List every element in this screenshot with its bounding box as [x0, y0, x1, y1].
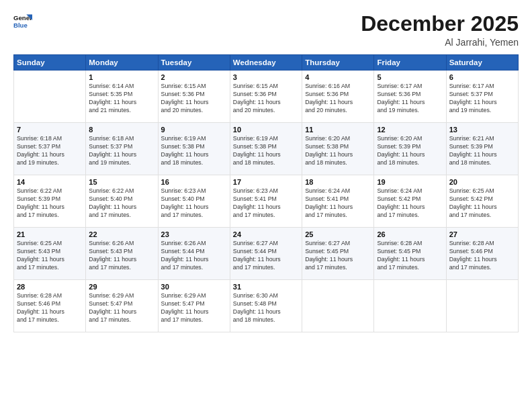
calendar-cell: 27Sunrise: 6:28 AMSunset: 5:46 PMDayligh…	[446, 228, 518, 280]
day-number: 13	[449, 126, 515, 134]
day-number: 15	[89, 178, 154, 186]
day-number: 22	[89, 230, 154, 238]
calendar-cell: 31Sunrise: 6:30 AMSunset: 5:48 PMDayligh…	[230, 280, 302, 332]
cell-info: Sunrise: 6:29 AMSunset: 5:47 PMDaylight:…	[89, 292, 154, 324]
cell-info: Sunrise: 6:23 AMSunset: 5:41 PMDaylight:…	[233, 187, 299, 220]
calendar-cell: 16Sunrise: 6:23 AMSunset: 5:40 PMDayligh…	[158, 175, 230, 228]
page: General Blue December 2025 Al Jarrahi, Y…	[0, 0, 532, 411]
header: General Blue December 2025 Al Jarrahi, Y…	[13, 12, 519, 48]
calendar-cell	[374, 280, 446, 332]
header-cell-monday: Monday	[86, 55, 158, 71]
calendar-week-2: 7Sunrise: 6:18 AMSunset: 5:37 PMDaylight…	[14, 123, 519, 175]
cell-info: Sunrise: 6:17 AMSunset: 5:36 PMDaylight:…	[377, 83, 443, 115]
calendar-cell: 28Sunrise: 6:28 AMSunset: 5:46 PMDayligh…	[14, 280, 86, 332]
calendar-cell: 23Sunrise: 6:26 AMSunset: 5:44 PMDayligh…	[158, 228, 230, 280]
calendar-cell: 15Sunrise: 6:22 AMSunset: 5:40 PMDayligh…	[86, 175, 158, 228]
calendar-cell: 25Sunrise: 6:27 AMSunset: 5:45 PMDayligh…	[302, 228, 374, 280]
cell-info: Sunrise: 6:25 AMSunset: 5:42 PMDaylight:…	[449, 187, 515, 220]
day-number: 11	[305, 126, 371, 134]
day-number: 2	[161, 73, 227, 81]
day-number: 17	[233, 178, 299, 186]
calendar-cell: 9Sunrise: 6:19 AMSunset: 5:38 PMDaylight…	[158, 123, 230, 175]
day-number: 29	[89, 283, 154, 291]
calendar-header-row: SundayMondayTuesdayWednesdayThursdayFrid…	[14, 55, 519, 71]
calendar-week-5: 28Sunrise: 6:28 AMSunset: 5:46 PMDayligh…	[14, 280, 519, 332]
calendar-cell: 1Sunrise: 6:14 AMSunset: 5:35 PMDaylight…	[86, 71, 158, 123]
calendar-cell: 4Sunrise: 6:16 AMSunset: 5:36 PMDaylight…	[302, 71, 374, 123]
calendar-cell: 29Sunrise: 6:29 AMSunset: 5:47 PMDayligh…	[86, 280, 158, 332]
day-number: 21	[17, 230, 83, 238]
day-number: 23	[161, 230, 227, 238]
calendar-cell	[14, 71, 86, 123]
day-number: 28	[17, 283, 83, 291]
calendar-cell: 30Sunrise: 6:29 AMSunset: 5:47 PMDayligh…	[158, 280, 230, 332]
cell-info: Sunrise: 6:30 AMSunset: 5:48 PMDaylight:…	[233, 292, 299, 324]
day-number: 14	[17, 178, 83, 186]
day-number: 4	[305, 73, 371, 81]
cell-info: Sunrise: 6:18 AMSunset: 5:37 PMDaylight:…	[89, 135, 154, 167]
calendar-cell: 26Sunrise: 6:28 AMSunset: 5:45 PMDayligh…	[374, 228, 446, 280]
cell-info: Sunrise: 6:18 AMSunset: 5:37 PMDaylight:…	[17, 135, 83, 167]
header-cell-wednesday: Wednesday	[230, 55, 302, 71]
header-cell-saturday: Saturday	[446, 55, 518, 71]
calendar-cell: 20Sunrise: 6:25 AMSunset: 5:42 PMDayligh…	[446, 175, 518, 228]
day-number: 26	[377, 230, 443, 238]
cell-info: Sunrise: 6:24 AMSunset: 5:41 PMDaylight:…	[305, 187, 371, 220]
cell-info: Sunrise: 6:19 AMSunset: 5:38 PMDaylight:…	[161, 135, 227, 167]
cell-info: Sunrise: 6:27 AMSunset: 5:45 PMDaylight:…	[305, 240, 371, 272]
day-number: 1	[89, 73, 154, 81]
calendar-cell: 7Sunrise: 6:18 AMSunset: 5:37 PMDaylight…	[14, 123, 86, 175]
calendar-cell	[446, 280, 518, 332]
calendar-cell: 13Sunrise: 6:21 AMSunset: 5:39 PMDayligh…	[446, 123, 518, 175]
cell-info: Sunrise: 6:23 AMSunset: 5:40 PMDaylight:…	[161, 187, 227, 220]
day-number: 20	[449, 178, 515, 186]
cell-info: Sunrise: 6:15 AMSunset: 5:36 PMDaylight:…	[161, 83, 227, 115]
day-number: 8	[89, 126, 154, 134]
cell-info: Sunrise: 6:22 AMSunset: 5:40 PMDaylight:…	[89, 187, 154, 220]
header-cell-thursday: Thursday	[302, 55, 374, 71]
calendar-cell: 17Sunrise: 6:23 AMSunset: 5:41 PMDayligh…	[230, 175, 302, 228]
day-number: 3	[233, 73, 299, 81]
cell-info: Sunrise: 6:28 AMSunset: 5:46 PMDaylight:…	[449, 240, 515, 272]
logo-icon: General Blue	[13, 12, 32, 31]
title-block: December 2025 Al Jarrahi, Yemen	[361, 12, 519, 48]
day-number: 6	[449, 73, 515, 81]
cell-info: Sunrise: 6:15 AMSunset: 5:36 PMDaylight:…	[233, 83, 299, 115]
header-cell-sunday: Sunday	[14, 55, 86, 71]
cell-info: Sunrise: 6:29 AMSunset: 5:47 PMDaylight:…	[161, 292, 227, 324]
day-number: 9	[161, 126, 227, 134]
day-number: 5	[377, 73, 443, 81]
cell-info: Sunrise: 6:14 AMSunset: 5:35 PMDaylight:…	[89, 83, 154, 115]
day-number: 10	[233, 126, 299, 134]
month-title: December 2025	[361, 12, 519, 36]
day-number: 31	[233, 283, 299, 291]
calendar-cell: 14Sunrise: 6:22 AMSunset: 5:39 PMDayligh…	[14, 175, 86, 228]
cell-info: Sunrise: 6:19 AMSunset: 5:38 PMDaylight:…	[233, 135, 299, 167]
cell-info: Sunrise: 6:24 AMSunset: 5:42 PMDaylight:…	[377, 187, 443, 220]
calendar-cell: 24Sunrise: 6:27 AMSunset: 5:44 PMDayligh…	[230, 228, 302, 280]
calendar-cell: 5Sunrise: 6:17 AMSunset: 5:36 PMDaylight…	[374, 71, 446, 123]
cell-info: Sunrise: 6:17 AMSunset: 5:37 PMDaylight:…	[449, 83, 515, 115]
calendar-week-4: 21Sunrise: 6:25 AMSunset: 5:43 PMDayligh…	[14, 228, 519, 280]
cell-info: Sunrise: 6:16 AMSunset: 5:36 PMDaylight:…	[305, 83, 371, 115]
calendar-cell	[302, 280, 374, 332]
cell-info: Sunrise: 6:28 AMSunset: 5:45 PMDaylight:…	[377, 240, 443, 272]
calendar-cell: 3Sunrise: 6:15 AMSunset: 5:36 PMDaylight…	[230, 71, 302, 123]
day-number: 27	[449, 230, 515, 238]
calendar-cell: 22Sunrise: 6:26 AMSunset: 5:43 PMDayligh…	[86, 228, 158, 280]
calendar-table: SundayMondayTuesdayWednesdayThursdayFrid…	[13, 54, 519, 332]
day-number: 12	[377, 126, 443, 134]
day-number: 25	[305, 230, 371, 238]
cell-info: Sunrise: 6:22 AMSunset: 5:39 PMDaylight:…	[17, 187, 83, 220]
day-number: 18	[305, 178, 371, 186]
logo: General Blue	[13, 12, 32, 31]
day-number: 19	[377, 178, 443, 186]
calendar-cell: 11Sunrise: 6:20 AMSunset: 5:38 PMDayligh…	[302, 123, 374, 175]
day-number: 16	[161, 178, 227, 186]
header-cell-friday: Friday	[374, 55, 446, 71]
header-cell-tuesday: Tuesday	[158, 55, 230, 71]
cell-info: Sunrise: 6:20 AMSunset: 5:39 PMDaylight:…	[377, 135, 443, 167]
day-number: 30	[161, 283, 227, 291]
location-subtitle: Al Jarrahi, Yemen	[361, 37, 519, 48]
cell-info: Sunrise: 6:25 AMSunset: 5:43 PMDaylight:…	[17, 240, 83, 272]
